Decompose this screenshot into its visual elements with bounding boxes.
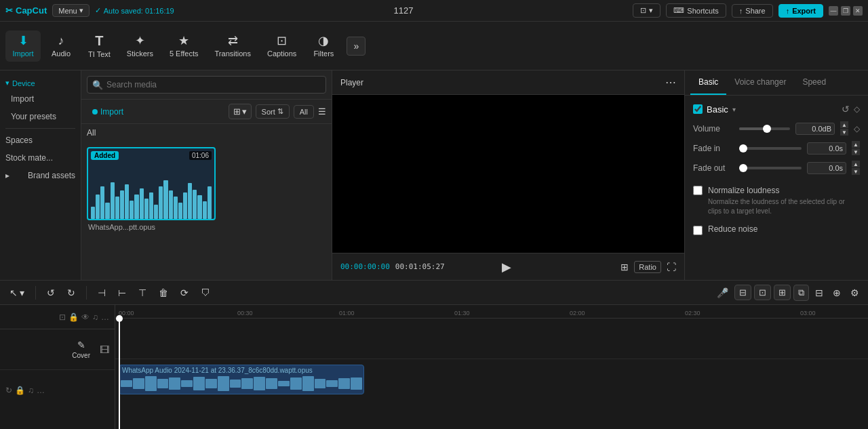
fade-out-down-button[interactable]: ▼ <box>852 168 860 175</box>
tab-speed[interactable]: Speed <box>794 70 834 95</box>
media-toolbar: Import ⊞ ▾ Sort ⇅ All ☰ <box>81 100 332 124</box>
toolbar-more-button[interactable]: » <box>347 37 366 56</box>
minimize-button[interactable]: — <box>829 6 838 16</box>
autosave-text: Auto saved: 01:16:19 <box>104 7 174 15</box>
volume-slider[interactable] <box>739 127 790 130</box>
filter-button[interactable]: ☰ <box>318 106 326 117</box>
volume-keyframe-button[interactable]: ◇ <box>854 124 860 134</box>
basic-checkbox[interactable] <box>693 104 703 114</box>
loop-button[interactable]: ⟳ <box>176 285 193 300</box>
motion-button[interactable]: ⊞ <box>774 285 791 300</box>
toolbar-text[interactable]: T TI Text <box>81 30 117 62</box>
fade-in-slider[interactable] <box>739 147 802 150</box>
fullscreen-button[interactable]: ⛶ <box>667 262 676 272</box>
fade-in-up-button[interactable]: ▲ <box>852 141 860 148</box>
maximize-button[interactable]: ❐ <box>841 6 850 16</box>
player-current-time: 00:00:00:00 <box>340 262 390 271</box>
import-label: Import <box>12 49 33 58</box>
media-thumbnail[interactable]: Added 01:06 <box>87 147 216 220</box>
audio-more-icon[interactable]: … <box>37 386 45 395</box>
playhead[interactable] <box>119 319 120 429</box>
tab-basic[interactable]: Basic <box>690 70 726 95</box>
zoom-in-button[interactable]: ⊕ <box>829 285 844 300</box>
fit-button[interactable]: ⊞ <box>620 262 629 272</box>
player-viewport[interactable] <box>332 95 684 253</box>
pip-icon: ⧉ <box>798 287 804 298</box>
left-panel: ▾ Device Import Your presets Spaces Stoc… <box>0 70 81 280</box>
trim-button[interactable]: ⊤ <box>134 285 151 300</box>
camera-mode-button[interactable]: ⊟ <box>734 285 751 300</box>
shortcuts-button[interactable]: ⌨ Shortcuts <box>666 3 726 18</box>
volume-value[interactable] <box>795 123 835 135</box>
select-tool-button[interactable]: ↖ ▾ <box>5 285 28 300</box>
sort-button[interactable]: Sort ⇅ <box>256 104 290 119</box>
audio-clip[interactable]: WhatsApp Audio 2024-11-21 at 23.36.37_8c… <box>119 365 364 394</box>
share-button[interactable]: ↑ Share <box>732 4 773 18</box>
video-track-label: ✎ Cover 🎞 <box>0 329 115 370</box>
sidebar-item-import[interactable]: Import <box>0 90 81 108</box>
list-item[interactable]: Added 01:06 <box>87 147 216 234</box>
pip-button[interactable]: ⧉ <box>793 285 809 301</box>
fade-in-down-button[interactable]: ▼ <box>852 148 860 155</box>
shield-button[interactable]: ⛉ <box>197 285 214 300</box>
split-button-2[interactable]: ⊢ <box>114 285 130 300</box>
player-menu-button[interactable]: ⋯ <box>665 76 676 89</box>
track-mute-icon[interactable]: ♫ <box>92 312 98 322</box>
media-grid: Added 01:06 <box>81 142 332 280</box>
audio-lock-icon[interactable]: 🔒 <box>15 386 25 395</box>
toolbar-audio[interactable]: ♪ Audio <box>43 30 79 62</box>
all-filter-button[interactable]: All <box>294 105 314 119</box>
toolbar-transitions[interactable]: ⇄ Transitions <box>208 30 258 62</box>
keyframe-button[interactable]: ◇ <box>854 104 860 115</box>
track-lock-icon[interactable]: 🔒 <box>68 312 79 322</box>
track-add-icon[interactable]: ⊡ <box>59 312 66 322</box>
monitor-button[interactable]: ⊡ ▾ <box>633 3 660 18</box>
track-eye-icon[interactable]: 👁 <box>81 312 90 322</box>
fade-out-slider[interactable] <box>739 167 802 169</box>
grid-chevron-icon: ▾ <box>242 106 247 117</box>
export-button[interactable]: ↑ Export <box>778 4 823 18</box>
microphone-button[interactable]: 🎤 <box>713 285 732 300</box>
search-input[interactable] <box>87 76 326 94</box>
reduce-noise-checkbox[interactable] <box>693 226 703 235</box>
toolbar-stickers[interactable]: ✦ Stickers <box>120 30 160 62</box>
import-icon: ⬇ <box>18 35 28 47</box>
volume-down-button[interactable]: ▼ <box>840 129 848 136</box>
toolbar-effects[interactable]: ★ 5 Effects <box>163 30 205 62</box>
normalize-checkbox[interactable] <box>693 186 703 195</box>
ratio-button[interactable]: Ratio <box>634 261 661 273</box>
toolbar-import[interactable]: ⬇ Import <box>5 30 41 62</box>
grid-view-button[interactable]: ⊞ ▾ <box>229 104 252 119</box>
timeline-settings-button[interactable]: ⚙ <box>847 285 863 300</box>
reset-button[interactable]: ↺ <box>842 104 850 115</box>
audio-loop-icon[interactable]: ↻ <box>5 386 12 395</box>
redo-button[interactable]: ↻ <box>63 285 79 300</box>
zoom-out-button[interactable]: ⊟ <box>812 285 827 300</box>
menu-button[interactable]: Menu ▾ <box>52 4 90 17</box>
playhead-handle[interactable] <box>116 315 123 322</box>
sidebar-item-brand-assets[interactable]: ▸ Brand assets <box>0 167 81 184</box>
fade-out-up-button[interactable]: ▲ <box>852 161 860 167</box>
cover-button[interactable]: ✎ Cover <box>72 340 90 359</box>
tab-voice-changer[interactable]: Voice changer <box>726 70 794 95</box>
shortcuts-icon: ⌨ <box>673 6 684 15</box>
sidebar-item-spaces[interactable]: Spaces <box>0 131 81 149</box>
toolbar-filters[interactable]: ◑ Filters <box>306 30 341 62</box>
fade-out-row: Fade out ▲ ▼ <box>693 161 860 175</box>
track-more-icon[interactable]: … <box>101 312 109 322</box>
fade-out-value[interactable] <box>807 162 846 174</box>
import-button[interactable]: Import <box>87 104 129 119</box>
sidebar-item-presets[interactable]: Your presets <box>0 108 81 125</box>
play-button[interactable]: ▶ <box>502 260 511 274</box>
toolbar-captions[interactable]: ⊡ Captions <box>260 30 303 62</box>
split-button-1[interactable]: ⊣ <box>94 285 110 300</box>
scene-button[interactable]: ⊡ <box>754 285 771 300</box>
sidebar-item-stock[interactable]: Stock mate... <box>0 149 81 167</box>
audio-mute-icon[interactable]: ♫ <box>28 386 34 395</box>
fade-in-value[interactable] <box>807 142 846 155</box>
close-button[interactable]: ✕ <box>853 6 863 16</box>
delete-button[interactable]: 🗑 <box>155 285 172 300</box>
device-header[interactable]: ▾ Device <box>0 76 81 90</box>
undo-button[interactable]: ↺ <box>43 285 59 300</box>
volume-up-button[interactable]: ▲ <box>840 121 848 128</box>
